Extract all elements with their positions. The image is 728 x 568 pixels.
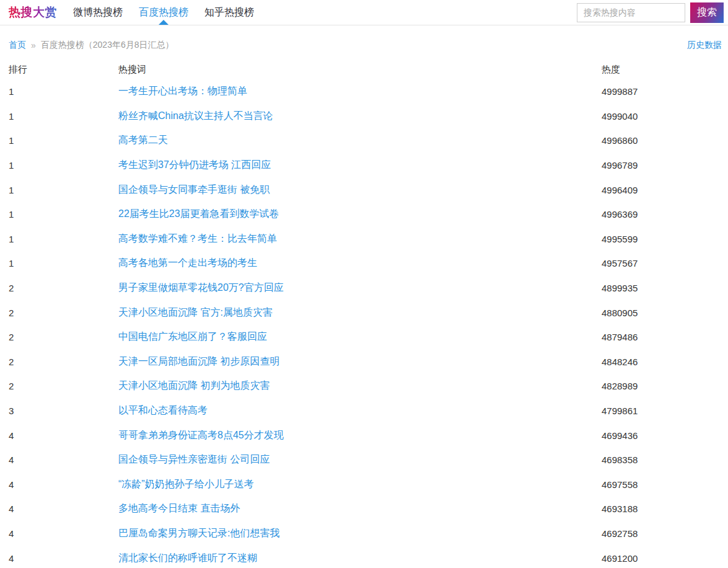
- heat-cell: 4879486: [602, 325, 728, 350]
- heat-cell: 4996860: [602, 128, 728, 153]
- hot-search-link[interactable]: 22届考生比23届更着急看到数学试卷: [118, 208, 279, 219]
- table-row: 4多地高考今日结束 直击场外4693188: [0, 497, 728, 521]
- tab-zhihu-hot-search[interactable]: 知乎热搜榜: [204, 0, 254, 25]
- table-row: 2天津一区局部地面沉降 初步原因查明4848246: [0, 350, 728, 375]
- tab-weibo-hot-search[interactable]: 微博热搜榜: [73, 0, 123, 25]
- table-row: 1粉丝齐喊China抗议主持人不当言论4999040: [0, 104, 728, 129]
- hot-search-link[interactable]: 男子家里做烟草零花钱20万?官方回应: [118, 282, 284, 293]
- hot-search-link[interactable]: 一考生开心出考场：物理简单: [118, 86, 247, 96]
- breadcrumb: 首页 » 百度热搜榜（2023年6月8日汇总）: [9, 40, 174, 51]
- heat-cell: 4699436: [602, 423, 728, 448]
- breadcrumb-current: 百度热搜榜（2023年6月8日汇总）: [41, 40, 174, 51]
- keyword-cell: 天津一区局部地面沉降 初步原因查明: [118, 350, 602, 375]
- keyword-cell: 22届考生比23届更着急看到数学试卷: [118, 202, 602, 227]
- hot-search-link[interactable]: 天津一区局部地面沉降 初步原因查明: [118, 356, 279, 366]
- tab-baidu-hot-search[interactable]: 百度热搜榜: [139, 0, 188, 25]
- table-header-row: 排行 热搜词 热度: [0, 60, 728, 79]
- hot-search-table: 排行 热搜词 热度 1一考生开心出考场：物理简单49998871粉丝齐喊Chin…: [0, 60, 728, 568]
- table-row: 4“冻龄”奶奶抱孙子给小儿子送考4697558: [0, 473, 728, 497]
- hot-search-link[interactable]: 巴厘岛命案男方聊天记录:他们想害我: [118, 528, 279, 538]
- keyword-cell: 巴厘岛命案男方聊天记录:他们想害我: [118, 521, 602, 546]
- rank-cell: 4: [0, 546, 118, 568]
- heat-cell: 4999887: [602, 79, 728, 104]
- table-row: 2中国电信广东地区崩了？客服回应4879486: [0, 325, 728, 350]
- hot-search-link[interactable]: 天津小区地面沉降 初判为地质灾害: [118, 380, 270, 391]
- rank-cell: 2: [0, 374, 118, 399]
- keyword-cell: 高考数学难不难？考生：比去年简单: [118, 227, 602, 252]
- hot-search-link[interactable]: 高考数学难不难？考生：比去年简单: [118, 233, 277, 244]
- hot-search-link[interactable]: 以平和心态看待高考: [118, 405, 208, 415]
- hot-search-link[interactable]: 高考各地第一个走出考场的考生: [118, 257, 257, 268]
- heat-cell: 4996409: [602, 177, 728, 202]
- search-box: 搜索: [577, 2, 724, 23]
- table-row: 2男子家里做烟草零花钱20万?官方回应4899935: [0, 276, 728, 301]
- rank-cell: 4: [0, 521, 118, 546]
- rank-cell: 2: [0, 276, 118, 301]
- rank-cell: 2: [0, 350, 118, 375]
- top-nav: 热搜大赏 微博热搜榜 百度热搜榜 知乎热搜榜 搜索: [0, 0, 728, 25]
- rank-cell: 3: [0, 399, 118, 424]
- header-heat: 热度: [602, 60, 728, 79]
- rank-cell: 2: [0, 325, 118, 350]
- heat-cell: 4999040: [602, 104, 728, 129]
- heat-cell: 4995599: [602, 227, 728, 252]
- search-button[interactable]: 搜索: [690, 2, 724, 23]
- table-row: 122届考生比23届更着急看到数学试卷4996369: [0, 202, 728, 227]
- keyword-cell: 高考各地第一个走出考场的考生: [118, 251, 602, 276]
- active-tab-caret-icon: [159, 20, 169, 25]
- site-logo[interactable]: 热搜大赏: [9, 4, 57, 20]
- table-row: 1高考各地第一个走出考场的考生4957567: [0, 251, 728, 276]
- heat-cell: 4691200: [602, 546, 728, 568]
- hot-search-link[interactable]: 中国电信广东地区崩了？客服回应: [118, 331, 267, 342]
- hot-search-link[interactable]: 哥哥拿弟弟身份证高考8点45分才发现: [118, 430, 284, 440]
- breadcrumb-home-link[interactable]: 首页: [9, 40, 26, 51]
- keyword-cell: “冻龄”奶奶抱孙子给小儿子送考: [118, 473, 602, 497]
- heat-cell: 4693188: [602, 497, 728, 521]
- heat-cell: 4957567: [602, 251, 728, 276]
- hot-search-link[interactable]: 天津小区地面沉降 官方:属地质灾害: [118, 307, 273, 317]
- hot-search-link[interactable]: 考生迟到37分钟仍进考场 江西回应: [118, 159, 271, 170]
- hot-search-link[interactable]: 粉丝齐喊China抗议主持人不当言论: [118, 110, 273, 121]
- keyword-cell: 中国电信广东地区崩了？客服回应: [118, 325, 602, 350]
- heat-cell: 4996789: [602, 153, 728, 178]
- table-row: 4巴厘岛命案男方聊天记录:他们想害我4692758: [0, 521, 728, 546]
- keyword-cell: 国企领导与异性亲密逛街 公司回应: [118, 448, 602, 473]
- keyword-cell: 高考第二天: [118, 128, 602, 153]
- table-row: 2天津小区地面沉降 官方:属地质灾害4880905: [0, 300, 728, 325]
- heat-cell: 4698358: [602, 448, 728, 473]
- heat-cell: 4697558: [602, 473, 728, 497]
- rank-cell: 4: [0, 448, 118, 473]
- header-rank: 排行: [0, 60, 118, 79]
- heat-cell: 4996369: [602, 202, 728, 227]
- heat-cell: 4880905: [602, 300, 728, 325]
- hot-search-link[interactable]: 国企领导与异性亲密逛街 公司回应: [118, 454, 270, 464]
- heat-cell: 4848246: [602, 350, 728, 375]
- keyword-cell: 粉丝齐喊China抗议主持人不当言论: [118, 104, 602, 129]
- table-row: 3以平和心态看待高考4799861: [0, 399, 728, 424]
- rank-cell: 1: [0, 227, 118, 252]
- hot-search-link[interactable]: 清北家长们的称呼谁听了不迷糊: [118, 552, 257, 563]
- keyword-cell: 天津小区地面沉降 初判为地质灾害: [118, 374, 602, 399]
- keyword-cell: 清北家长们的称呼谁听了不迷糊: [118, 546, 602, 568]
- breadcrumb-row: 首页 » 百度热搜榜（2023年6月8日汇总） 历史数据: [0, 25, 728, 51]
- header-keyword: 热搜词: [118, 60, 602, 79]
- table-row: 4国企领导与异性亲密逛街 公司回应4698358: [0, 448, 728, 473]
- heat-cell: 4799861: [602, 399, 728, 424]
- heat-cell: 4899935: [602, 276, 728, 301]
- hot-search-link[interactable]: 国企领导与女同事牵手逛街 被免职: [118, 184, 270, 195]
- rank-cell: 1: [0, 153, 118, 178]
- table-row: 1高考第二天4996860: [0, 128, 728, 153]
- rank-cell: 4: [0, 423, 118, 448]
- rank-cell: 1: [0, 202, 118, 227]
- hot-search-link[interactable]: 高考第二天: [118, 135, 168, 145]
- table-row: 4哥哥拿弟弟身份证高考8点45分才发现4699436: [0, 423, 728, 448]
- table-row: 1国企领导与女同事牵手逛街 被免职4996409: [0, 177, 728, 202]
- rank-cell: 4: [0, 473, 118, 497]
- breadcrumb-separator: »: [31, 40, 36, 50]
- table-row: 4清北家长们的称呼谁听了不迷糊4691200: [0, 546, 728, 568]
- hot-search-link[interactable]: “冻龄”奶奶抱孙子给小儿子送考: [118, 479, 254, 489]
- history-data-link[interactable]: 历史数据: [687, 40, 722, 51]
- rank-cell: 1: [0, 251, 118, 276]
- search-input[interactable]: [577, 3, 685, 22]
- hot-search-link[interactable]: 多地高考今日结束 直击场外: [118, 503, 240, 513]
